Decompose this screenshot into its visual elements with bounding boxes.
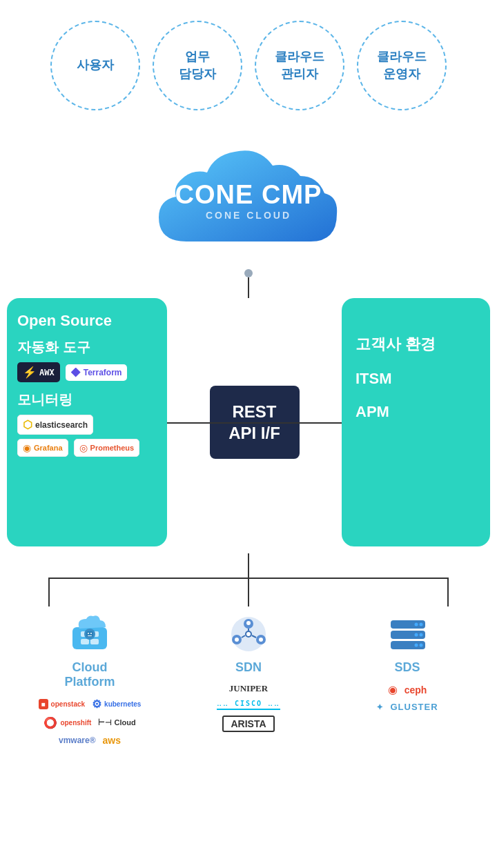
grafana-logo: ◉ Grafana — [17, 439, 68, 457]
awx-wing-icon: ⚡ — [23, 366, 37, 379]
vmware-text: vmware® — [59, 736, 96, 745]
svg-point-26 — [414, 623, 418, 627]
card-cloud-platform: CloudPlatform ■ openstack ⚙ kubernetes ⭕… — [17, 606, 162, 760]
openstack-logo: ■ openstack — [39, 699, 86, 709]
gluster-row: ✦ GLUSTER — [376, 702, 438, 712]
vmware-logo: vmware® — [59, 736, 96, 745]
svg-point-30 — [414, 644, 418, 647]
svg-point-21 — [246, 632, 251, 636]
cloud-text: CONE CMP CONE CLOUD — [175, 180, 322, 221]
prometheus-icon: ◎ — [79, 442, 88, 453]
cloud-to-middle-connector — [0, 269, 497, 298]
svg-point-25 — [419, 623, 422, 627]
openshift-nhncloud-row: ⭕ openshift ⊢⊣ Cloud — [43, 716, 135, 729]
sdn-title: SDN — [235, 660, 262, 675]
aws-text: aws — [103, 735, 121, 746]
cone-cmp-title: CONE CMP — [175, 180, 322, 210]
cloud-platform-logos: ■ openstack ⚙ kubernetes ⭕ openshift ⊢⊣ … — [21, 698, 159, 746]
persona-cloud-operator: 클라우드운영자 — [357, 21, 447, 110]
cloud-platform-title: CloudPlatform — [64, 660, 115, 689]
elasticsearch-logo: ⬡ elasticsearch — [17, 415, 93, 435]
prometheus-text: Prometheus — [90, 444, 135, 452]
sdn-svg — [226, 613, 271, 655]
right-panel-customer: 고객사 환경 ITSM APM — [342, 298, 490, 546]
cloud-platform-svg — [66, 613, 114, 655]
svg-point-20 — [259, 638, 263, 642]
bottom-connector-area — [0, 553, 497, 606]
openstack-kubernetes-row: ■ openstack ⚙ kubernetes — [39, 698, 142, 711]
svg-point-29 — [419, 644, 422, 647]
ceph-icon: ◉ — [388, 683, 398, 696]
elasticsearch-text: elasticsearch — [35, 420, 88, 430]
kubernetes-logo: ⚙ kubernetes — [92, 698, 141, 711]
svg-point-18 — [246, 621, 251, 625]
openstack-icon: ■ — [39, 699, 48, 709]
sds-icon — [383, 613, 431, 655]
cloud-section: CONE CMP CONE CLOUD — [0, 131, 497, 269]
svg-rect-3 — [81, 639, 89, 644]
svg-point-27 — [419, 633, 422, 637]
connector-dot — [244, 269, 253, 277]
svg-rect-7 — [88, 633, 89, 634]
kubernetes-text: kubernetes — [104, 700, 141, 708]
stem-right — [447, 579, 449, 606]
card-sdn: SDN JUNIPER ‥‥ CISCO ‥‥ ARISTA — [176, 606, 321, 760]
gluster-plus-icon: ✦ — [376, 702, 383, 712]
elastic-icon: ⬡ — [23, 418, 32, 431]
grafana-icon: ◉ — [23, 442, 31, 453]
kubernetes-icon: ⚙ — [92, 698, 101, 711]
automation-logos-row: ⚡ AWX Terraform — [17, 362, 157, 382]
bottom-cards-row: CloudPlatform ■ openstack ⚙ kubernetes ⭕… — [0, 606, 497, 760]
terraform-logo: Terraform — [66, 364, 128, 381]
right-item-itsm: ITSM — [355, 370, 476, 388]
vmware-aws-row: vmware® aws — [59, 735, 121, 746]
svg-rect-4 — [90, 639, 99, 644]
personas-row: 사용자 업무담당자 클라우드관리자 클라우드운영자 — [0, 0, 497, 124]
openshift-logo: ⭕ openshift — [43, 716, 91, 729]
svg-point-28 — [414, 633, 418, 637]
right-item-apm: APM — [355, 403, 476, 421]
ceph-text: ceph — [405, 684, 427, 696]
persona-business: 업무담당자 — [153, 21, 242, 110]
persona-user: 사용자 — [50, 21, 140, 110]
stem-left — [48, 579, 50, 606]
cone-cmp-cloud: CONE CMP CONE CLOUD — [145, 131, 352, 269]
arista-row: ARISTA — [222, 716, 274, 732]
grafana-prometheus-row: ◉ Grafana ◎ Prometheus — [17, 439, 157, 457]
sdn-icon — [224, 613, 273, 655]
cloud-platform-icon — [66, 613, 114, 655]
middle-panels-row: Open Source 자동화 도구 ⚡ AWX Terraform 모니터링 … — [0, 298, 497, 546]
persona-cloud-manager: 클라우드관리자 — [255, 21, 344, 110]
aws-logo: aws — [103, 735, 121, 746]
awx-logo: ⚡ AWX — [17, 362, 60, 382]
rest-api-box: RESTAPI I/F — [174, 386, 335, 459]
cisco-text: ‥‥ CISCO ‥‥ — [217, 700, 280, 710]
elasticsearch-row: ⬡ elasticsearch — [17, 415, 157, 435]
grafana-text: Grafana — [34, 444, 63, 452]
monitoring-title: 모니터링 — [17, 391, 157, 409]
vert-stem-top — [248, 277, 249, 298]
ceph-row: ◉ ceph — [388, 683, 427, 696]
rest-api-label: RESTAPI I/F — [210, 386, 300, 459]
svg-rect-8 — [90, 633, 92, 634]
card-sds: SDS ◉ ceph ✦ GLUSTER — [335, 606, 480, 760]
vert-stem-bottom-top — [248, 553, 249, 578]
svg-rect-9 — [88, 635, 92, 636]
left-panel-title: Open Source — [17, 312, 157, 330]
openstack-text: openstack — [51, 700, 85, 708]
juniper-text: JUNIPER — [229, 683, 268, 694]
openshift-text: openshift — [60, 719, 91, 727]
cone-cloud-subtitle: CONE CLOUD — [175, 210, 322, 221]
sds-logos: ◉ ceph ✦ GLUSTER — [338, 683, 476, 712]
gluster-text: GLUSTER — [390, 702, 438, 712]
sdn-logos: JUNIPER ‥‥ CISCO ‥‥ ARISTA — [179, 683, 318, 732]
sds-svg — [385, 613, 430, 655]
awx-text: AWX — [39, 368, 55, 377]
terraform-text: Terraform — [84, 368, 122, 377]
cisco-row: ‥‥ CISCO ‥‥ — [217, 700, 280, 710]
prometheus-logo: ◎ Prometheus — [74, 439, 140, 457]
terraform-diamond-icon — [71, 368, 81, 377]
stem-center — [248, 579, 249, 606]
sds-title: SDS — [394, 660, 420, 675]
arista-text: ARISTA — [222, 716, 274, 732]
